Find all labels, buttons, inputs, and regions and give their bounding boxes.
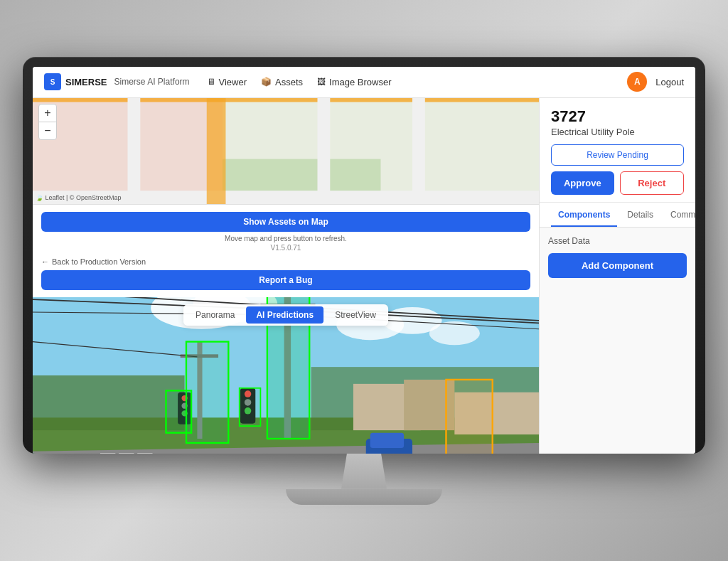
image-browser-icon: 🖼	[317, 77, 326, 87]
review-pending-button[interactable]: Review Pending	[551, 144, 684, 166]
zoom-out-button[interactable]: −	[39, 122, 56, 139]
back-link-label: Back to Production Version	[52, 257, 146, 266]
nav-viewer-label: Viewer	[219, 77, 247, 87]
action-buttons: Approve Reject	[551, 171, 684, 195]
add-component-button[interactable]: Add Component	[548, 253, 687, 278]
map-container: + − 🍃 Leaflet | © OpenStreetMap	[33, 98, 539, 204]
monitor-stand-neck	[336, 454, 392, 489]
app-header: S SIMERSE Simerse AI Platform 🖥 Viewer 📦…	[33, 67, 695, 98]
assets-icon: 📦	[261, 77, 272, 87]
tab-comments[interactable]: Comments	[663, 203, 695, 227]
main-nav: 🖥 Viewer 📦 Assets 🖼 Image Browser	[207, 77, 392, 87]
zoom-controls: + −	[38, 104, 57, 140]
tab-ai-predictions[interactable]: AI Predictions	[246, 306, 323, 324]
map-tiles[interactable]: + − 🍃 Leaflet | © OpenStreetMap	[33, 98, 539, 204]
viewer-icon: 🖥	[207, 77, 215, 87]
zoom-in-button[interactable]: +	[39, 105, 56, 122]
tab-panorama[interactable]: Panorama	[186, 306, 245, 324]
version-label: V1.5.0.71	[41, 244, 530, 252]
map-credit: 🍃 Leaflet | © OpenStreetMap	[36, 194, 122, 201]
svg-rect-35	[137, 453, 152, 454]
logo-text: SIMERSE	[65, 77, 107, 87]
nav-viewer[interactable]: 🖥 Viewer	[207, 77, 247, 87]
left-panel: + − 🍃 Leaflet | © OpenStreetMap Show Ass…	[33, 98, 539, 454]
logo-subtitle: Simerse AI Platform	[114, 77, 190, 87]
svg-rect-13	[128, 98, 141, 204]
svg-rect-67	[166, 390, 191, 432]
approve-button[interactable]: Approve	[551, 171, 614, 195]
nav-assets[interactable]: 📦 Assets	[261, 77, 303, 87]
asset-header: 3727 Electrical Utility Pole Review Pend…	[540, 98, 695, 203]
svg-rect-10	[207, 98, 226, 204]
tab-streetview[interactable]: StreetView	[325, 306, 386, 324]
app-body: + − 🍃 Leaflet | © OpenStreetMap Show Ass…	[33, 98, 695, 454]
asset-tabs: Components Details Comments	[540, 203, 695, 228]
right-panel: 3727 Electrical Utility Pole Review Pend…	[539, 98, 695, 454]
map-hint: Move map and press button to refresh.	[41, 235, 530, 242]
monitor-stand-base	[286, 489, 442, 505]
nav-image-browser-label: Image Browser	[329, 77, 391, 87]
svg-rect-12	[412, 98, 425, 204]
back-to-production-link[interactable]: ← Back to Production Version	[41, 257, 530, 266]
logout-button[interactable]: Logout	[655, 77, 684, 87]
svg-rect-34	[119, 453, 134, 454]
asset-type: Electrical Utility Pole	[551, 127, 684, 137]
svg-rect-6	[33, 98, 539, 102]
back-arrow-icon: ←	[41, 257, 49, 266]
header-right: A Logout	[627, 72, 684, 92]
svg-rect-63	[370, 432, 404, 447]
nav-assets-label: Assets	[275, 77, 303, 87]
svg-rect-33	[100, 453, 115, 454]
svg-rect-36	[33, 375, 185, 430]
map-svg	[33, 98, 539, 204]
reject-button[interactable]: Reject	[620, 171, 685, 195]
street-viewer[interactable]: Panorama AI Predictions StreetView	[33, 297, 539, 454]
report-bug-button[interactable]: Report a Bug	[41, 270, 530, 290]
tab-details[interactable]: Details	[620, 203, 660, 227]
svg-rect-66	[446, 379, 492, 453]
logo-icon: S	[44, 73, 61, 90]
nav-image-browser[interactable]: 🖼 Image Browser	[317, 77, 391, 87]
logo-area: S SIMERSE Simerse AI Platform	[44, 73, 190, 90]
user-avatar: A	[627, 72, 647, 92]
show-assets-button[interactable]: Show Assets on Map	[41, 212, 530, 232]
viewer-tabs: Panorama AI Predictions StreetView	[183, 304, 388, 326]
svg-rect-65	[186, 341, 228, 442]
asset-content: Asset Data Add Component	[540, 228, 695, 454]
asset-data-label: Asset Data	[548, 236, 687, 246]
tab-components[interactable]: Components	[551, 203, 617, 227]
map-controls-panel: Show Assets on Map Move map and press bu…	[33, 204, 539, 297]
svg-rect-68	[240, 388, 261, 425]
svg-rect-11	[318, 98, 331, 204]
asset-id: 3727	[551, 108, 684, 125]
